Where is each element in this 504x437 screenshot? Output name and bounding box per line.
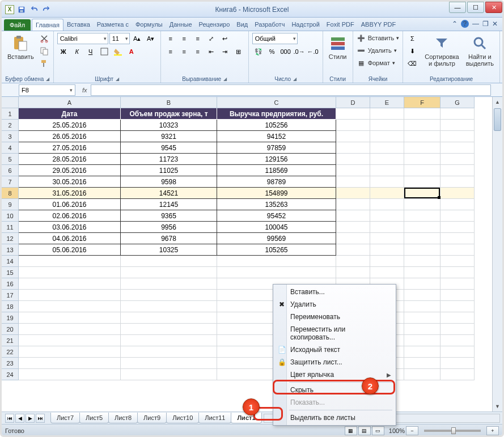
- autosum-button[interactable]: Σ: [406, 33, 418, 44]
- qat-undo-button[interactable]: [29, 5, 39, 15]
- cell[interactable]: 9545: [121, 142, 217, 154]
- cell[interactable]: 105265: [217, 244, 336, 256]
- cells-delete-button[interactable]: ➖Удалить▾: [357, 45, 397, 56]
- cell[interactable]: [441, 188, 475, 199]
- cell[interactable]: [370, 176, 404, 188]
- row-header[interactable]: 24: [2, 369, 19, 380]
- sheet-tab[interactable]: Лист7: [50, 413, 80, 423]
- ctx-select-all-sheets[interactable]: Выделить все листы: [274, 411, 395, 424]
- cell[interactable]: [441, 369, 475, 380]
- cell[interactable]: [404, 176, 441, 188]
- cell[interactable]: [19, 278, 121, 290]
- align-middle-button[interactable]: ≡: [178, 33, 190, 44]
- row-header[interactable]: 11: [2, 222, 19, 233]
- cell[interactable]: [336, 131, 370, 142]
- cell[interactable]: 03.06.2016: [19, 222, 121, 233]
- cell[interactable]: [370, 165, 404, 176]
- cell[interactable]: [441, 267, 475, 278]
- cell[interactable]: [441, 222, 475, 233]
- cell[interactable]: [404, 346, 441, 358]
- row-header[interactable]: 14: [2, 256, 19, 267]
- cell[interactable]: [121, 369, 217, 380]
- cell[interactable]: [336, 142, 370, 154]
- percent-button[interactable]: %: [266, 46, 278, 57]
- ribbon-tab[interactable]: Главная: [32, 19, 63, 31]
- row-header[interactable]: 6: [2, 165, 19, 176]
- row-header[interactable]: 12: [2, 233, 19, 244]
- cell[interactable]: [19, 358, 121, 369]
- row-header[interactable]: 19: [2, 312, 19, 324]
- cell[interactable]: [441, 108, 475, 120]
- cell[interactable]: 05.06.2016: [19, 244, 121, 256]
- cell[interactable]: [370, 108, 404, 120]
- row-header[interactable]: 4: [2, 142, 19, 154]
- cell[interactable]: [19, 267, 121, 278]
- cell[interactable]: [19, 312, 121, 324]
- ribbon-tab[interactable]: Разработч: [251, 19, 288, 31]
- cell[interactable]: [336, 244, 370, 256]
- cell[interactable]: [404, 312, 441, 324]
- worksheet-grid[interactable]: ABCDEFG 12345678910111213141516171819202…: [2, 97, 502, 411]
- cell[interactable]: [441, 278, 475, 290]
- cell[interactable]: [217, 267, 336, 278]
- row-header[interactable]: 18: [2, 301, 19, 312]
- cell[interactable]: [404, 131, 441, 142]
- row-header[interactable]: 7: [2, 176, 19, 188]
- ribbon-tab[interactable]: Надстрой: [288, 19, 323, 31]
- cell[interactable]: [336, 154, 370, 165]
- cell[interactable]: [121, 312, 217, 324]
- ribbon-tab[interactable]: Данные: [166, 19, 196, 31]
- cell[interactable]: [441, 176, 475, 188]
- row-header[interactable]: 20: [2, 324, 19, 335]
- wrap-text-button[interactable]: ↩: [219, 33, 231, 44]
- ctx-protect[interactable]: 🔒Защитить лист...: [274, 356, 395, 368]
- sheet-tab[interactable]: Лист8: [108, 413, 138, 423]
- cell[interactable]: [370, 267, 404, 278]
- cell[interactable]: [404, 290, 441, 301]
- cell[interactable]: 9321: [121, 131, 217, 142]
- cell[interactable]: 27.05.2016: [19, 142, 121, 154]
- mdi-restore-icon[interactable]: ❐: [482, 20, 489, 28]
- ctx-insert[interactable]: Вставить...: [274, 286, 395, 298]
- cell[interactable]: [370, 222, 404, 233]
- cell[interactable]: [404, 142, 441, 154]
- shrink-font-button[interactable]: A▾: [145, 33, 157, 44]
- paste-button[interactable]: Вставить: [5, 33, 36, 61]
- cell[interactable]: [370, 131, 404, 142]
- scroll-thumb[interactable]: [494, 108, 501, 131]
- cell[interactable]: [121, 358, 217, 369]
- align-top-button[interactable]: ≡: [164, 33, 177, 44]
- find-select-button[interactable]: Найти и выделить: [464, 33, 496, 68]
- italic-button[interactable]: К: [71, 46, 83, 57]
- cell[interactable]: [336, 267, 370, 278]
- select-all-corner[interactable]: [2, 97, 19, 108]
- cell[interactable]: 01.06.2016: [19, 199, 121, 210]
- cell[interactable]: [404, 222, 441, 233]
- cell[interactable]: [370, 154, 404, 165]
- cell[interactable]: [404, 369, 441, 380]
- ribbon-tab[interactable]: Разметка с: [94, 19, 132, 31]
- cell[interactable]: [121, 290, 217, 301]
- cell[interactable]: [404, 335, 441, 346]
- cell[interactable]: [441, 290, 475, 301]
- close-button[interactable]: ✕: [485, 2, 502, 13]
- dialog-launcher-icon[interactable]: ◢: [293, 77, 297, 82]
- row-headers[interactable]: 123456789101112131415161718192021222324: [2, 108, 19, 380]
- dialog-launcher-icon[interactable]: ◢: [46, 77, 49, 82]
- cut-button[interactable]: [39, 33, 50, 44]
- cell[interactable]: [19, 346, 121, 358]
- cell[interactable]: [336, 256, 370, 267]
- mdi-close-icon[interactable]: ✕: [492, 20, 498, 28]
- zoom-slider-handle[interactable]: [451, 427, 456, 434]
- indent-increase-button[interactable]: ⇥: [219, 46, 231, 57]
- sort-filter-button[interactable]: Сортировка и фильтр: [422, 33, 461, 68]
- zoom-slider[interactable]: [424, 430, 481, 432]
- cell[interactable]: [19, 324, 121, 335]
- cell[interactable]: 9956: [121, 222, 217, 233]
- cells-format-button[interactable]: ▦Формат▾: [357, 58, 395, 68]
- cell[interactable]: [404, 324, 441, 335]
- cell[interactable]: 25.05.2016: [19, 120, 121, 131]
- row-header[interactable]: 10: [2, 210, 19, 222]
- cell[interactable]: [370, 256, 404, 267]
- cell[interactable]: Выручка предприятия, руб.: [217, 108, 336, 120]
